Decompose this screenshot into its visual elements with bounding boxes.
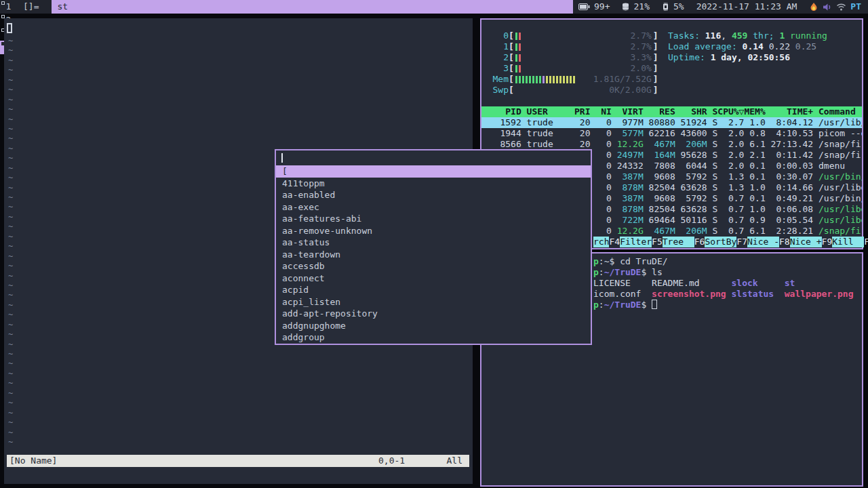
flame-icon[interactable] [809, 2, 818, 12]
text-segment [726, 289, 732, 299]
cell-mem: 0.9 [744, 215, 765, 226]
vim-tilde: ~ [8, 134, 13, 143]
fkey-f8[interactable]: F8 [779, 237, 790, 247]
fkey-label[interactable]: rch [593, 237, 609, 247]
launcher-item[interactable]: aconnect [276, 272, 591, 285]
cell-cmd: /usr/bin/ [813, 193, 862, 204]
fkey-f7[interactable]: F7 [736, 237, 747, 247]
speaker-icon[interactable] [823, 3, 832, 12]
cell-ni: 0 [591, 204, 612, 215]
launcher-item[interactable]: aa-teardown [276, 249, 591, 261]
cell-virt: 387M [612, 171, 644, 182]
fkey-f1[interactable]: F1 [864, 237, 868, 247]
process-row[interactable]: 8566trude20012.2G467M206MS2.06.127:13.42… [481, 139, 862, 150]
cell-shr: 206M [675, 226, 707, 237]
fkey-f9[interactable]: F9 [822, 237, 833, 247]
cell-shr: 95628 [675, 150, 707, 161]
column-header-time[interactable]: TIME+ [766, 106, 813, 117]
cell-res: 164M [644, 150, 675, 161]
fkey-label[interactable]: Kill [832, 237, 864, 247]
text-segment: 0.22 [769, 41, 795, 52]
cell-s: S [707, 161, 718, 171]
column-header-pri[interactable]: PRI [574, 106, 590, 117]
vim-tilde: ~ [8, 340, 13, 349]
launcher-item[interactable]: aa-remove-unknown [276, 225, 591, 237]
column-header-cpu[interactable]: CPU%▽ [717, 106, 744, 117]
cell-res: 82504 [644, 204, 675, 215]
launcher-item[interactable]: aa-status [276, 237, 591, 249]
cell-pid: 1592 [484, 117, 521, 128]
vim-tilde: ~ [8, 241, 13, 251]
vim-tilde: ~ [8, 75, 13, 85]
vim-tilde: ~ [8, 202, 13, 211]
vim-tilde: ~ [8, 222, 13, 231]
text-segment: :~$ [599, 256, 620, 266]
column-header-virt[interactable]: VIRT [612, 106, 644, 117]
launcher-item[interactable]: addgroup [276, 331, 591, 344]
text-segment: cd TruDE/ [620, 256, 667, 266]
process-row[interactable]: 1944trude200577M6221643600S2.00.84:10.53… [481, 128, 862, 139]
launcher-item[interactable]: 411toppm [276, 178, 591, 190]
desktop: 123456789 []= st 99+ 21% 5% 2022-11-17 1… [0, 0, 868, 488]
column-header-cmd[interactable]: Command [813, 106, 862, 117]
fkey-f5[interactable]: F5 [652, 237, 663, 247]
text-segment: LICENSE [593, 278, 652, 288]
cell-s: S [707, 204, 718, 215]
workspace-tags: 123456789 [0, 0, 17, 14]
column-header-user[interactable]: USER [521, 106, 574, 117]
column-header-ni[interactable]: NI [591, 106, 612, 117]
battery-icon [578, 3, 590, 10]
vim-tilde: ~ [8, 320, 13, 329]
launcher-item[interactable]: acpid [276, 284, 591, 296]
launcher-item[interactable]: acpi_listen [276, 296, 591, 308]
wifi-icon[interactable] [836, 3, 846, 11]
vim-tilde: ~ [8, 144, 13, 153]
launcher-item[interactable]: accessdb [276, 260, 591, 272]
cell-s: S [707, 215, 718, 226]
fkey-label[interactable]: Nice - [747, 237, 779, 247]
app-launcher[interactable]: [411toppmaa-enabledaa-execaa-features-ab… [275, 149, 592, 345]
text-segment: p [593, 256, 599, 266]
cell-ni: 0 [591, 161, 612, 171]
process-row[interactable]: 1592trude200977M8088051924S2.71.08:04.12… [481, 117, 862, 128]
vim-tilde: ~ [8, 398, 13, 407]
fkey-label[interactable]: Filter [620, 237, 652, 247]
column-header-shr[interactable]: SHR [675, 106, 707, 117]
vim-tilde: ~ [8, 45, 13, 55]
launcher-item[interactable]: aa-enabled [276, 189, 591, 201]
vim-tilde: ~ [8, 369, 13, 378]
vim-tilde: ~ [8, 281, 13, 290]
column-header-pid[interactable]: PID [484, 106, 521, 117]
terminal-line: p:~$ cd TruDE/ [593, 256, 854, 267]
vim-tilde: ~ [8, 212, 13, 222]
launcher-item[interactable]: aa-features-abi [276, 213, 591, 225]
fkey-f6[interactable]: F6 [694, 237, 705, 247]
column-header-mem[interactable]: MEM% [744, 106, 765, 117]
launcher-item[interactable]: addgnupghome [276, 320, 591, 332]
fkey-label[interactable]: Tree [663, 237, 694, 247]
cell-ni: 0 [591, 215, 612, 226]
cell-res: 9608 [644, 171, 675, 182]
column-header-s[interactable]: S [707, 106, 718, 117]
column-header-res[interactable]: RES [644, 106, 675, 117]
launcher-item[interactable]: add-apt-repository [276, 308, 591, 320]
cell-virt: 2497M [612, 150, 644, 161]
cell-res: 69464 [644, 215, 675, 226]
fkey-label[interactable]: Nice + [790, 237, 822, 247]
cpu-meter-1: 1[2.7%] [484, 41, 658, 52]
keyboard-layout[interactable]: PT [850, 0, 861, 14]
text-segment: 0.25 [795, 41, 816, 52]
fkey-label[interactable]: SortBy [705, 237, 736, 247]
layout-indicator[interactable]: []= [17, 0, 45, 14]
launcher-item[interactable]: [ [276, 165, 591, 178]
vim-tilde: ~ [8, 173, 13, 182]
text-segment [758, 278, 785, 288]
cell-shr: 50116 [675, 215, 707, 226]
fkey-f4[interactable]: F4 [609, 237, 620, 247]
vim-tilde: ~ [8, 300, 13, 310]
launcher-input[interactable] [276, 150, 591, 165]
cell-s: S [707, 128, 718, 139]
launcher-item[interactable]: aa-exec [276, 201, 591, 214]
workspace-tag-1[interactable]: 1 [0, 0, 17, 14]
text-segment: slstatus [732, 289, 774, 299]
